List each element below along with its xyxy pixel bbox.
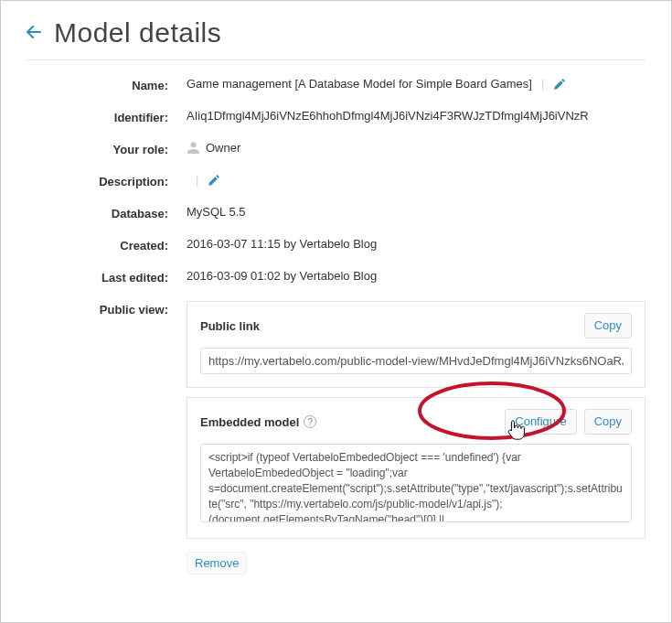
embedded-code-textarea[interactable] (200, 444, 632, 522)
role-value: Owner (206, 141, 240, 155)
page-title: Model details (54, 17, 221, 48)
public-link-title: Public link (200, 319, 260, 333)
configure-button[interactable]: Configure (505, 409, 576, 435)
name-value: Game management [A Database Model for Si… (187, 77, 532, 91)
copy-public-link-button[interactable]: Copy (584, 313, 632, 338)
remove-button[interactable]: Remove (187, 552, 247, 575)
database-value: MySQL 5.5 (187, 205, 645, 219)
edit-description-icon[interactable] (208, 174, 220, 187)
embedded-model-title: Embedded model (200, 415, 299, 429)
copy-embedded-button[interactable]: Copy (584, 409, 632, 435)
created-value: 2016-03-07 11:15 by Vertabelo Blog (187, 237, 645, 251)
lastedited-value: 2016-03-09 01:02 by Vertabelo Blog (187, 269, 645, 283)
separator: | (541, 77, 544, 91)
public-link-input[interactable] (200, 348, 632, 374)
name-label: Name: (27, 77, 168, 92)
lastedited-label: Last edited: (27, 269, 168, 285)
role-label: Your role: (27, 141, 168, 156)
description-label: Description: (27, 173, 168, 188)
database-label: Database: (27, 205, 168, 220)
identifier-value: AIiq1Dfmgl4MjJ6iVNzE6hhohDfmgl4MjJ6iVNzi… (187, 109, 645, 123)
created-label: Created: (27, 237, 168, 252)
back-button[interactable] (27, 25, 41, 41)
publicview-label: Public view: (27, 301, 168, 317)
identifier-label: Identifier: (27, 109, 168, 124)
help-icon[interactable]: ? (304, 415, 316, 428)
user-icon (187, 141, 200, 155)
embedded-model-panel: Embedded model ? Configure Copy (187, 397, 645, 539)
public-link-panel: Public link Copy (187, 301, 645, 388)
edit-name-icon[interactable] (553, 78, 566, 91)
separator: | (196, 173, 198, 187)
